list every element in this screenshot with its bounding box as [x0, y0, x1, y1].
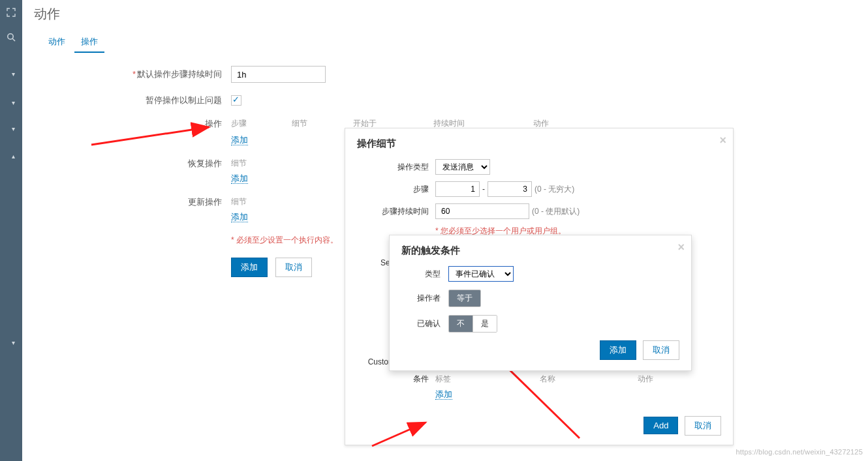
recover-add-link[interactable]: 添加	[231, 173, 248, 184]
search-icon[interactable]	[0, 25, 22, 50]
watermark: https://blog.csdn.net/weixin_43272125	[736, 448, 863, 456]
fullscreen-icon[interactable]	[0, 0, 22, 25]
step-label: 步骤	[357, 184, 435, 195]
form-cancel-button[interactable]: 取消	[275, 258, 312, 277]
cond-ack-label: 已确认	[401, 318, 448, 329]
ack-yes[interactable]: 是	[473, 316, 497, 332]
default-duration-input[interactable]	[231, 66, 326, 83]
must-exec-note: * 必须至少设置一个执行内容。	[231, 235, 338, 245]
modal1-cancel-button[interactable]: 取消	[685, 416, 721, 436]
pause-checkbox[interactable]	[231, 95, 241, 106]
modal1-add-button[interactable]: Add	[643, 417, 678, 434]
modal2-cancel-button[interactable]: 取消	[643, 340, 679, 360]
update-label: 更新操作	[188, 197, 222, 207]
close-icon[interactable]: ×	[677, 241, 685, 254]
recover-label: 恢复操作	[188, 158, 222, 168]
chevron-down-icon[interactable]: ▾	[12, 125, 15, 132]
close-icon[interactable]: ×	[719, 134, 726, 147]
operator-eq[interactable]: 等于	[449, 290, 480, 306]
cond-type-select[interactable]: 事件已确认	[448, 266, 514, 282]
tab-operation[interactable]: 操作	[74, 32, 104, 53]
chevron-down-icon[interactable]: ▾	[12, 99, 15, 106]
pause-label: 暂停操作以制止问题	[146, 95, 222, 105]
step-hint: (0 - 无穷大)	[535, 184, 574, 195]
op-type-select[interactable]: 发送消息	[435, 159, 490, 175]
page-title: 动作	[22, 0, 868, 32]
modal1-title: 操作细节	[357, 138, 721, 150]
cond-label: 条件	[357, 374, 435, 385]
modal2-add-button[interactable]: 添加	[600, 340, 636, 360]
cond-add-link[interactable]: 添加	[435, 389, 452, 400]
cond-operator-label: 操作者	[401, 293, 448, 304]
operations-add-link[interactable]: 添加	[231, 135, 248, 145]
default-duration-label: 默认操作步骤持续时间	[137, 69, 222, 79]
new-condition-modal: × 新的触发条件 类型 事件已确认 操作者 等于 已确认 不 是 添加 取消	[389, 235, 692, 371]
step-dur-hint: (0 - 使用默认)	[532, 206, 580, 217]
chevron-up-icon[interactable]: ▴	[12, 153, 15, 160]
chevron-down-icon[interactable]: ▾	[12, 70, 15, 78]
operator-segment: 等于	[448, 290, 481, 307]
update-add-link[interactable]: 添加	[231, 212, 248, 222]
cond-type-label: 类型	[401, 269, 448, 280]
ack-no[interactable]: 不	[449, 316, 473, 332]
cond-header: 标签 名称 动作	[435, 374, 721, 385]
tab-action[interactable]: 动作	[42, 32, 72, 52]
ack-segment: 不 是	[448, 315, 497, 333]
svg-point-0	[8, 34, 13, 39]
operations-label: 操作	[205, 119, 222, 128]
tabs: 动作 操作	[22, 32, 868, 53]
chevron-down-icon[interactable]: ▾	[12, 339, 15, 346]
sidebar: ▾ ▾ ▾ ▴ ▾	[0, 0, 22, 461]
step-dur-label: 步骤持续时间	[357, 206, 435, 217]
step-from-input[interactable]	[435, 181, 480, 197]
op-type-label: 操作类型	[357, 162, 435, 173]
step-to-input[interactable]	[488, 181, 532, 197]
step-dur-input[interactable]	[435, 203, 529, 219]
form-add-button[interactable]: 添加	[231, 258, 268, 277]
modal2-title: 新的触发条件	[401, 245, 679, 257]
